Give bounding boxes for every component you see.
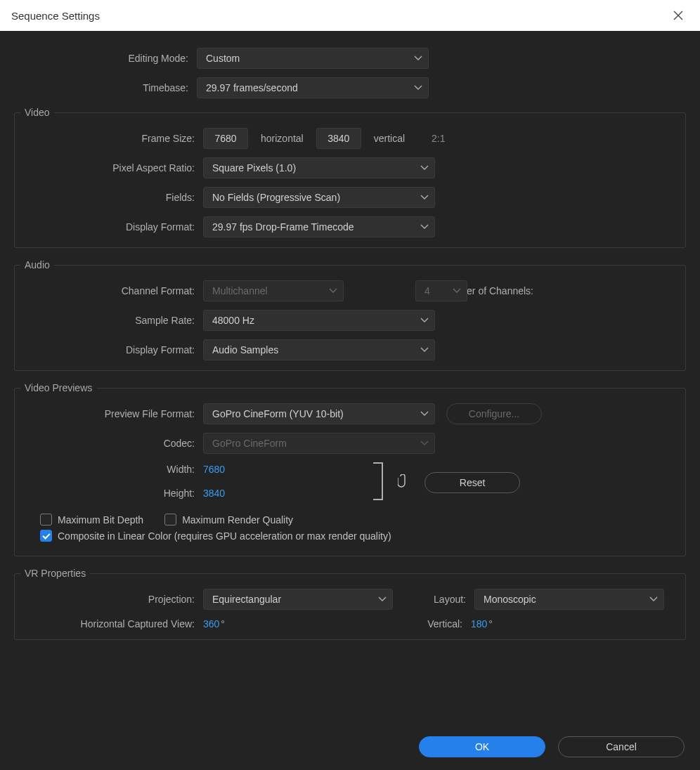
chevron-down-icon — [420, 316, 429, 325]
projection-label: Projection: — [20, 594, 203, 605]
vr-properties-section: VR Properties Projection: Equirectangula… — [14, 568, 686, 640]
channel-format-select: Multichannel — [203, 280, 344, 301]
h-captured-view-value[interactable]: 360 — [203, 618, 219, 629]
video-legend: Video — [20, 107, 54, 118]
channel-format-value: Multichannel — [212, 285, 268, 296]
preview-file-format-select[interactable]: GoPro CineForm (YUV 10-bit) — [203, 403, 435, 424]
cancel-button[interactable]: Cancel — [558, 736, 685, 757]
max-render-quality-checkbox[interactable] — [164, 514, 176, 526]
video-previews-section: Video Previews Preview File Format: GoPr… — [14, 382, 686, 556]
composite-linear-label: Composite in Linear Color (requires GPU … — [58, 530, 391, 542]
audio-display-format-value: Audio Samples — [212, 344, 278, 355]
chevron-down-icon — [649, 595, 658, 603]
video-display-format-label: Display Format: — [20, 221, 203, 233]
v-captured-view-value[interactable]: 180 — [471, 618, 487, 629]
chevron-down-icon — [420, 223, 429, 231]
num-channels-select: 4 — [415, 280, 467, 301]
editing-mode-select[interactable]: Custom — [197, 48, 429, 69]
audio-display-format-label: Display Format: — [20, 344, 203, 355]
composite-linear-checkbox[interactable] — [40, 530, 52, 542]
chevron-down-icon — [420, 410, 429, 418]
layout-value: Monoscopic — [484, 594, 536, 605]
sample-rate-label: Sample Rate: — [20, 315, 203, 326]
h-captured-view-label: Horizontal Captured View: — [20, 618, 203, 629]
v-captured-view-label: Vertical: — [225, 618, 471, 629]
vr-properties-legend: VR Properties — [20, 568, 90, 579]
timebase-value: 29.97 frames/second — [206, 82, 298, 93]
sample-rate-value: 48000 Hz — [212, 315, 254, 326]
codec-label: Codec: — [20, 438, 203, 449]
chevron-down-icon — [378, 595, 387, 603]
preview-file-format-value: GoPro CineForm (YUV 10-bit) — [212, 408, 344, 419]
vertical-label: vertical — [374, 133, 405, 144]
video-previews-legend: Video Previews — [20, 382, 96, 393]
editing-mode-value: Custom — [206, 53, 240, 64]
fields-label: Fields: — [20, 192, 203, 203]
preview-file-format-label: Preview File Format: — [20, 408, 203, 419]
sample-rate-select[interactable]: 48000 Hz — [203, 310, 435, 331]
preview-width-value[interactable]: 7680 — [203, 464, 225, 475]
fields-value: No Fields (Progressive Scan) — [212, 192, 340, 203]
codec-value: GoPro CineForm — [212, 438, 287, 449]
frame-width-input[interactable] — [203, 128, 248, 149]
chevron-down-icon — [453, 287, 461, 295]
audio-section: Audio Channel Format: Multichannel Numbe… — [14, 259, 686, 371]
chevron-down-icon — [420, 164, 429, 172]
audio-display-format-select[interactable]: Audio Samples — [203, 339, 435, 360]
window-title: Sequence Settings — [11, 10, 668, 22]
degree-symbol: ° — [488, 618, 493, 629]
chevron-down-icon — [329, 287, 337, 295]
video-section: Video Frame Size: horizontal vertical 2:… — [14, 107, 686, 248]
aspect-ratio-text: 2:1 — [432, 133, 445, 144]
timebase-select[interactable]: 29.97 frames/second — [197, 77, 429, 98]
dialog-footer: OK Cancel — [419, 736, 685, 757]
link-bracket-icon — [372, 462, 391, 502]
horizontal-label: horizontal — [261, 133, 304, 144]
par-label: Pixel Aspect Ratio: — [20, 162, 203, 174]
chevron-down-icon — [420, 439, 429, 448]
audio-legend: Audio — [20, 259, 54, 270]
par-select[interactable]: Square Pixels (1.0) — [203, 157, 435, 178]
layout-label: Layout: — [393, 594, 474, 605]
max-bit-depth-checkbox[interactable] — [40, 514, 52, 526]
codec-select: GoPro CineForm — [203, 433, 435, 454]
frame-height-input[interactable] — [316, 128, 361, 149]
editing-mode-label: Editing Mode: — [14, 53, 197, 64]
projection-select[interactable]: Equirectangular — [203, 589, 393, 610]
preview-height-value[interactable]: 3840 — [203, 488, 225, 499]
chevron-down-icon — [414, 54, 422, 63]
fields-select[interactable]: No Fields (Progressive Scan) — [203, 187, 435, 208]
close-icon[interactable] — [668, 4, 689, 27]
max-bit-depth-label: Maximum Bit Depth — [58, 514, 143, 526]
chevron-down-icon — [420, 193, 429, 202]
timebase-label: Timebase: — [14, 82, 197, 93]
video-display-format-value: 29.97 fps Drop-Frame Timecode — [212, 221, 354, 233]
video-display-format-select[interactable]: 29.97 fps Drop-Frame Timecode — [203, 216, 435, 237]
link-icon[interactable] — [398, 474, 408, 490]
num-channels-value: 4 — [424, 285, 430, 296]
channel-format-label: Channel Format: — [20, 285, 203, 296]
preview-height-label: Height: — [20, 488, 203, 499]
configure-button: Configure... — [446, 403, 542, 424]
frame-size-label: Frame Size: — [20, 133, 203, 144]
dialog-content: Editing Mode: Custom Timebase: 29.97 fra… — [0, 31, 700, 770]
preview-width-label: Width: — [20, 464, 203, 475]
projection-value: Equirectangular — [212, 594, 281, 605]
reset-button[interactable]: Reset — [424, 472, 520, 493]
chevron-down-icon — [420, 346, 429, 354]
chevron-down-icon — [414, 84, 422, 92]
layout-select[interactable]: Monoscopic — [474, 589, 664, 610]
par-value: Square Pixels (1.0) — [212, 162, 296, 174]
ok-button[interactable]: OK — [419, 736, 545, 757]
titlebar: Sequence Settings — [0, 0, 700, 31]
max-render-quality-label: Maximum Render Quality — [182, 514, 293, 526]
